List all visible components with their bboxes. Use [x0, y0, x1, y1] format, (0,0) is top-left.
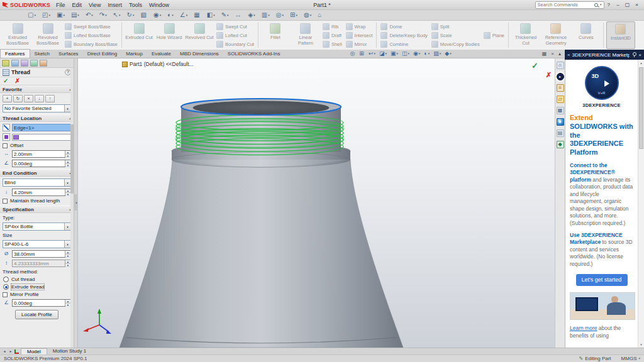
maximize-button[interactable]: ▢: [623, 1, 632, 9]
task-pane-scrollbar[interactable]: ▴ ▾: [638, 60, 644, 348]
ribbon-small-button[interactable]: Wrap: [345, 23, 374, 31]
rebuild-icon[interactable]: ↻▾: [126, 12, 136, 18]
add-favorite-icon[interactable]: +: [3, 95, 12, 102]
open-icon[interactable]: ◰▾: [41, 12, 52, 18]
pm-cancel-button[interactable]: ✗: [14, 78, 19, 84]
smart-dimension-icon[interactable]: ↔: [234, 12, 243, 18]
tab-model[interactable]: Model: [21, 348, 47, 354]
ribbon-small-button[interactable]: Swept Boss/Base: [64, 23, 119, 31]
offset-option[interactable]: Offset: [3, 143, 71, 148]
display-style-icon[interactable]: ◫▾: [402, 51, 409, 57]
pm-ok-button[interactable]: ✓: [3, 78, 8, 84]
ribbon-small-button[interactable]: Plane: [482, 31, 506, 40]
scroll-down-icon[interactable]: ▾: [638, 343, 644, 346]
section-view-icon[interactable]: ◪▾: [379, 51, 387, 57]
ribbon-small-button[interactable]: Dome: [379, 23, 428, 31]
confirmation-ok-button[interactable]: ✓: [531, 61, 538, 70]
tab-surfaces[interactable]: Surfaces: [54, 50, 83, 58]
learn-more-link[interactable]: Learn more: [570, 325, 597, 331]
view-palette-icon[interactable]: ▦: [557, 107, 564, 114]
cut-thread-radio[interactable]: [3, 277, 9, 282]
minimize-button[interactable]: –: [613, 1, 623, 9]
viewport-breadcrumb[interactable]: Part1 (Default) <<Default...: [122, 61, 194, 67]
delete-favorite-icon[interactable]: ×: [24, 95, 33, 102]
ribbon-small-button[interactable]: Rib: [321, 23, 343, 31]
extruded-boss-base-button[interactable]: Extruded Boss/Base: [3, 21, 32, 49]
spinner[interactable]: ▴▾: [65, 300, 70, 306]
menu-edit[interactable]: Edit: [72, 2, 82, 8]
spinner[interactable]: ▴▾: [65, 251, 70, 257]
save-favorite-icon[interactable]: ↓: [35, 95, 44, 102]
diameter-field[interactable]: 38.00mm▴▾: [12, 250, 71, 258]
end-condition-section-header[interactable]: End Condition▴: [0, 169, 74, 177]
bottle-opening[interactable]: [193, 101, 329, 114]
hide-show-items-icon[interactable]: ◉▾: [413, 51, 420, 57]
linear-pattern-button[interactable]: Linear Pattern: [291, 21, 320, 49]
save-icon[interactable]: ▣▾: [55, 12, 66, 18]
bottle-body[interactable]: [119, 160, 403, 348]
revolved-boss-base-button[interactable]: Revolved Boss/Base: [33, 21, 62, 49]
reference-geometry-button[interactable]: Reference Geometry: [541, 21, 570, 49]
display-grid-icon[interactable]: ▦: [542, 52, 547, 57]
section-view-icon[interactable]: ◧▾: [206, 12, 216, 18]
select-icon[interactable]: ↖▾: [112, 12, 122, 18]
redo-icon[interactable]: ↷▾: [98, 12, 108, 18]
zoom-to-area-icon[interactable]: ⊞: [359, 51, 365, 57]
specification-section-header[interactable]: Specification▴: [0, 206, 74, 213]
spinner[interactable]: ▴▾: [65, 160, 70, 167]
edit-appearance-icon[interactable]: ◐▾: [424, 51, 430, 57]
home-icon[interactable]: ⌂: [316, 12, 323, 18]
end-condition-select[interactable]: Blind▾: [3, 178, 71, 187]
profile-selection-box[interactable]: [12, 134, 71, 141]
mirror-profile-option[interactable]: Mirror Profile: [3, 292, 71, 297]
curves-button[interactable]: Curves: [572, 21, 601, 49]
undo-icon[interactable]: ↶▾: [84, 12, 94, 18]
spinner[interactable]: ▴▾: [65, 260, 70, 266]
new-icon[interactable]: ▢▾: [26, 12, 37, 18]
menu-file[interactable]: File: [56, 2, 65, 8]
ribbon-small-button[interactable]: Split: [430, 23, 481, 31]
ribbon-small-button[interactable]: Combine: [379, 40, 428, 48]
configurations-tab-icon[interactable]: [21, 60, 28, 67]
file-explorer-icon[interactable]: ▱: [557, 96, 564, 103]
search-input[interactable]: [538, 2, 592, 8]
thread-type-select[interactable]: SP4xx Bottle▾: [3, 222, 71, 231]
ribbon-small-button[interactable]: Draft: [321, 31, 343, 40]
menu-view[interactable]: View: [89, 2, 101, 8]
sketch-icon[interactable]: ✎▾: [220, 12, 230, 18]
ribbon-small-button[interactable]: Swept Cut: [215, 23, 255, 31]
offset-distance-field[interactable]: 2.00mm▴▾: [12, 150, 71, 158]
display-manager-tab-icon[interactable]: [40, 60, 47, 67]
ribbon-small-button[interactable]: Boundary Cut: [215, 40, 255, 48]
print-icon[interactable]: ▤▾: [70, 12, 80, 18]
search-dropdown-icon[interactable]: ▾: [600, 3, 602, 6]
edit-appearance-icon[interactable]: ◐▾: [166, 12, 175, 18]
cut-thread-option[interactable]: Cut thread: [3, 277, 71, 282]
ribbon-small-button[interactable]: Shell: [321, 40, 343, 48]
view-settings-icon[interactable]: ◆▾: [445, 51, 451, 57]
forum-icon[interactable]: ◆: [557, 141, 564, 148]
fillet-button[interactable]: Fillet: [261, 21, 290, 49]
load-favorite-icon[interactable]: ↑: [45, 95, 55, 102]
collapse-ribbon-icon[interactable]: ▴: [558, 52, 561, 57]
maintain-thread-length-option[interactable]: Maintain thread length: [3, 198, 71, 204]
scrollbar-thumb[interactable]: [639, 67, 643, 149]
ribbon-small-button[interactable]: Move/Copy Bodies: [430, 40, 481, 48]
ribbon-small-button[interactable]: Lofted Cut: [215, 31, 255, 40]
tab-features[interactable]: Features: [0, 49, 30, 58]
instant3d-button[interactable]: Instant3D: [606, 21, 635, 49]
pm-scrollbar-thumb[interactable]: [70, 124, 74, 194]
offset-checkbox[interactable]: [3, 143, 8, 148]
tab-markup[interactable]: Markup: [121, 50, 147, 58]
thread-preview[interactable]: [176, 115, 343, 155]
file-properties-icon[interactable]: ▧: [140, 12, 148, 18]
extrude-thread-radio[interactable]: [3, 284, 9, 290]
mirror-profile-checkbox[interactable]: [3, 292, 8, 297]
drawing-icon[interactable]: ▥▾: [260, 12, 271, 18]
tab-motion-study-1[interactable]: Motion Study 1: [47, 348, 92, 354]
locate-profile-button[interactable]: Locate Profile: [15, 310, 58, 319]
tab-scroll-left-icon[interactable]: ◂: [1, 348, 8, 354]
feature-tree-tab-icon[interactable]: [11, 60, 19, 67]
extruded-cut-button[interactable]: Extruded Cut: [125, 21, 153, 49]
design-library-icon[interactable]: ≡: [557, 84, 564, 92]
